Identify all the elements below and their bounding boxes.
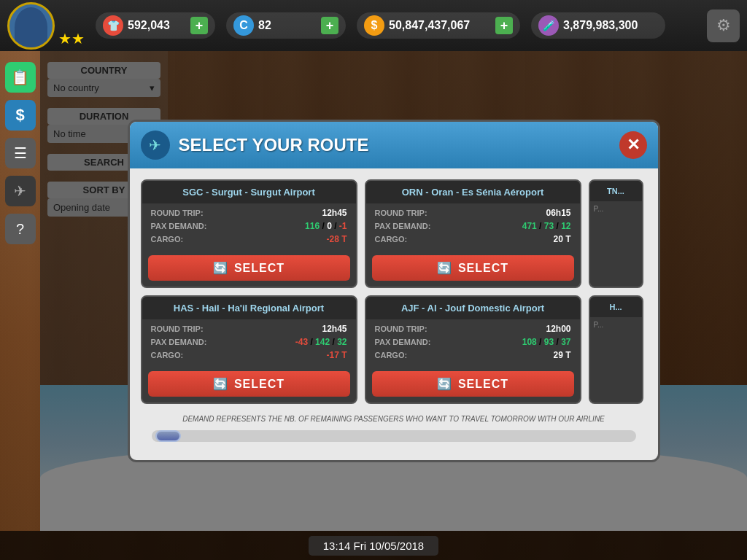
route-2-cargo-label: CARGO:: [375, 235, 408, 244]
route-card-2-header: ORN - Oran - Es Sénia Aéroport: [366, 181, 580, 203]
flask-icon: 🧪: [538, 15, 559, 36]
route-card-partial-1: TN... P...: [589, 179, 643, 288]
route-card-3: HAS - Hail - Ha'il Regional Airport ROUN…: [141, 295, 357, 404]
route-4-cargo-value: 29 T: [553, 350, 570, 360]
route-3-roundtrip-value: 12h45: [322, 324, 347, 334]
finance-button[interactable]: $: [5, 100, 36, 131]
route-1-roundtrip-row: ROUND TRIP: 12h45: [151, 208, 347, 218]
route-1-select-label: SELECT: [234, 262, 285, 275]
route-4-roundtrip-value: 12h00: [546, 324, 570, 334]
main-content: COUNTRY No country ▾ DURATION No time ▾ …: [40, 51, 747, 531]
shirt-add-button[interactable]: +: [190, 17, 208, 34]
route-1-pax-row: PAX DEMAND: 116 / 0 / -1: [151, 221, 347, 231]
route-2-roundtrip-row: ROUND TRIP: 06h15: [375, 208, 571, 218]
route-4-pax-label: PAX DEMAND:: [375, 338, 431, 346]
route-2-roundtrip-value: 06h15: [546, 208, 570, 218]
route-4-select-button[interactable]: 🔄 SELECT: [372, 371, 574, 397]
left-sidebar: 📋 $ ☰ ✈ ?: [0, 51, 40, 560]
route-card-2: ORN - Oran - Es Sénia Aéroport ROUND TRI…: [365, 179, 581, 288]
route-3-select-button[interactable]: 🔄 SELECT: [148, 371, 350, 397]
menu-button[interactable]: ☰: [5, 138, 36, 168]
help-button[interactable]: ?: [5, 214, 36, 244]
route-1-pax-label: PAX DEMAND:: [151, 222, 207, 230]
route-2-select-label: SELECT: [458, 262, 508, 275]
route-1-cargo-value: -28 T: [326, 234, 347, 244]
route-3-cargo-row: CARGO: -17 T: [151, 350, 347, 360]
route-3-pax-row: PAX DEMAND: -43 / 142 / 32: [151, 337, 347, 347]
flask-resource-group: 🧪 3,879,983,300: [531, 12, 665, 39]
top-bar: ★ ★ 👕 592,043 + C 82 + $ 50,847,437,067 …: [0, 0, 747, 51]
route-2-pax-row: PAX DEMAND: 471 / 73 / 12: [375, 221, 571, 231]
demand-note: DEMAND REPRESENTS THE NB. OF REMAINING P…: [141, 411, 647, 427]
route-card-partial-2: H... P...: [589, 295, 643, 404]
coin-resource-group: C 82 +: [226, 12, 346, 39]
settings-button[interactable]: ⚙: [707, 9, 740, 42]
coin-icon: C: [233, 15, 254, 36]
bottom-bar: 13:14 Fri 10/05/2018: [0, 531, 747, 560]
route-4-pax-row: PAX DEMAND: 108 / 93 / 37: [375, 337, 571, 347]
route-4-title: AJF - Al - Jouf Domestic Airport: [401, 303, 544, 314]
star-2: ★: [71, 30, 85, 47]
route-2-select-button[interactable]: 🔄 SELECT: [372, 255, 574, 281]
route-card-4-body: ROUND TRIP: 12h00 PAX DEMAND: 108 / 93 /…: [366, 319, 580, 368]
route-card-2-body: ROUND TRIP: 06h15 PAX DEMAND: 471 / 73 /…: [366, 203, 580, 252]
route-2-pax-value: 471 / 73 / 12: [522, 221, 571, 231]
route-2-select-icon: 🔄: [437, 261, 452, 275]
avatar[interactable]: [7, 2, 55, 50]
route-partial-1-header: TN...: [590, 181, 642, 201]
route-4-roundtrip-row: ROUND TRIP: 12h00: [375, 324, 571, 334]
money-add-button[interactable]: +: [495, 17, 513, 34]
route-partial-2-header: H...: [590, 297, 642, 317]
modal-close-button[interactable]: ✕: [619, 131, 647, 159]
route-1-roundtrip-value: 12h45: [322, 208, 347, 218]
avatar-figure: [15, 7, 47, 47]
route-2-title: ORN - Oran - Es Sénia Aéroport: [402, 187, 544, 198]
flask-value: 3,879,983,300: [563, 19, 658, 32]
coin-add-button[interactable]: +: [321, 17, 338, 34]
route-header-icon: ✈: [141, 131, 170, 160]
route-1-cargo-label: CARGO:: [151, 235, 184, 244]
route-3-pax-value: -43 / 142 / 32: [295, 337, 347, 347]
route-1-title: SGC - Surgut - Surgut Airport: [182, 187, 315, 198]
route-3-select-icon: 🔄: [213, 377, 228, 391]
clipboard-button[interactable]: 📋: [5, 62, 36, 93]
shirt-resource-group: 👕 592,043 +: [96, 12, 215, 39]
route-1-cargo-row: CARGO: -28 T: [151, 234, 347, 244]
route-3-roundtrip-row: ROUND TRIP: 12h45: [151, 324, 347, 334]
route-4-cargo-label: CARGO:: [375, 351, 408, 359]
money-value: 50,847,437,067: [389, 19, 491, 32]
scrollbar-container: [141, 427, 647, 449]
scrollbar-thumb[interactable]: [155, 430, 181, 442]
route-card-4-header: AJF - Al - Jouf Domestic Airport: [366, 297, 580, 319]
route-1-select-button[interactable]: 🔄 SELECT: [148, 255, 350, 281]
modal-overlay: ✈ SELECT YOUR ROUTE ✕ SGC - Surgut - Sur…: [40, 51, 747, 531]
route-2-roundtrip-label: ROUND TRIP:: [375, 209, 427, 217]
route-card-1: SGC - Surgut - Surgut Airport ROUND TRIP…: [141, 179, 357, 288]
route-card-1-body: ROUND TRIP: 12h45 PAX DEMAND: 116 / 0 / …: [142, 203, 356, 252]
plane-button[interactable]: ✈: [5, 176, 36, 206]
route-card-4: AJF - Al - Jouf Domestic Airport ROUND T…: [365, 295, 581, 404]
route-1-select-icon: 🔄: [213, 261, 228, 275]
shirt-value: 592,043: [128, 19, 186, 32]
route-4-select-icon: 🔄: [437, 377, 452, 391]
star-1: ★: [58, 30, 71, 47]
route-3-title: HAS - Hail - Ha'il Regional Airport: [174, 303, 324, 314]
route-3-select-label: SELECT: [234, 378, 285, 391]
modal-title: SELECT YOUR ROUTE: [179, 135, 611, 155]
route-4-cargo-row: CARGO: 29 T: [375, 350, 571, 360]
demand-note-text: DEMAND REPRESENTS THE NB. OF REMAINING P…: [182, 415, 605, 423]
route-1-roundtrip-label: ROUND TRIP:: [151, 209, 204, 217]
route-3-roundtrip-label: ROUND TRIP:: [151, 324, 204, 333]
route-card-3-header: HAS - Hail - Ha'il Regional Airport: [142, 297, 356, 319]
route-card-1-header: SGC - Surgut - Surgut Airport: [142, 181, 356, 203]
route-3-pax-label: PAX DEMAND:: [151, 338, 207, 346]
route-modal: ✈ SELECT YOUR ROUTE ✕ SGC - Surgut - Sur…: [128, 120, 660, 462]
scrollbar-track[interactable]: [152, 430, 636, 442]
route-card-3-body: ROUND TRIP: 12h45 PAX DEMAND: -43 / 142 …: [142, 319, 356, 368]
time-display: 13:14 Fri 10/05/2018: [309, 536, 438, 556]
coin-value: 82: [258, 19, 317, 32]
route-4-roundtrip-label: ROUND TRIP:: [375, 324, 427, 333]
route-grid: SGC - Surgut - Surgut Airport ROUND TRIP…: [141, 179, 647, 404]
modal-body[interactable]: SGC - Surgut - Surgut Airport ROUND TRIP…: [130, 168, 658, 460]
route-1-pax-value: 116 / 0 / -1: [305, 221, 347, 231]
